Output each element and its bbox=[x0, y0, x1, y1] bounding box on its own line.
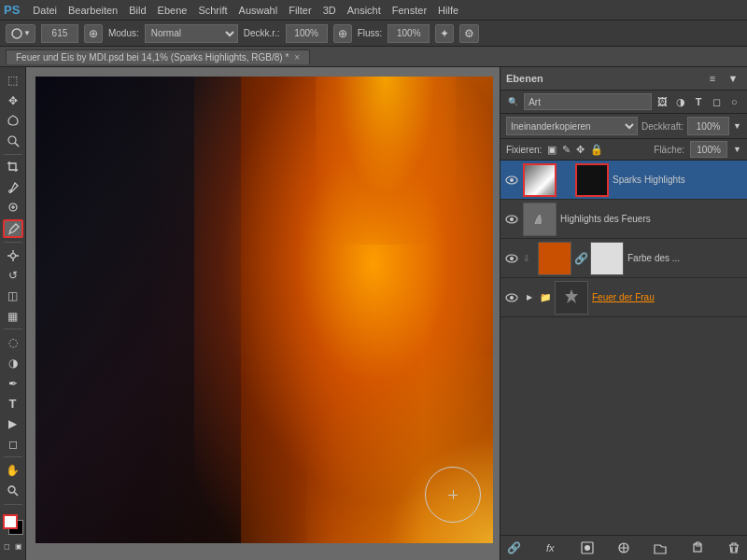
layer-visibility-feuer[interactable] bbox=[504, 290, 519, 305]
brush-tool-btn[interactable] bbox=[3, 219, 23, 238]
screen-mode-btn[interactable]: ▣ bbox=[14, 538, 24, 556]
menu-auswahl[interactable]: Auswahl bbox=[239, 5, 278, 16]
dodge-btn[interactable]: ◑ bbox=[3, 354, 23, 372]
menu-filter[interactable]: Filter bbox=[289, 5, 311, 16]
canvas-area[interactable] bbox=[26, 67, 500, 560]
shape-btn[interactable]: ◻ bbox=[3, 435, 23, 454]
layer-row-farbe-des[interactable]: ⇩ 🔗 Farbe des ... bbox=[500, 239, 747, 278]
clone-stamp-btn[interactable] bbox=[3, 246, 23, 265]
svg-point-13 bbox=[510, 217, 514, 221]
quick-mask-btn[interactable]: ◻ bbox=[2, 538, 12, 556]
layer-mask-sparks bbox=[575, 163, 609, 197]
layer-row-highlights-feuers[interactable]: Highlights des Feuers bbox=[500, 200, 747, 239]
layers-menu-btn[interactable]: ≡ bbox=[704, 70, 721, 87]
smoothing-btn[interactable]: ⚙ bbox=[459, 24, 479, 43]
hand-btn[interactable]: ✋ bbox=[3, 461, 23, 480]
lock-brush-btn[interactable]: ✎ bbox=[562, 144, 571, 156]
zoom-btn[interactable] bbox=[3, 482, 23, 500]
menu-ebene[interactable]: Ebene bbox=[158, 5, 188, 16]
layer-visibility-farbe[interactable] bbox=[504, 251, 519, 266]
new-group-btn[interactable] bbox=[651, 539, 669, 557]
tool-mode-buttons: ◻ ▣ bbox=[2, 538, 24, 556]
adjustment-layer-btn[interactable] bbox=[614, 539, 633, 557]
filter-pixel-btn[interactable]: 🖼 bbox=[655, 93, 669, 110]
opacity-input[interactable] bbox=[286, 24, 328, 43]
opacity-label: Deckk.r.: bbox=[244, 28, 280, 38]
layer-thumb-sparks bbox=[523, 163, 557, 197]
layer-expand-feuer[interactable]: ▶ bbox=[523, 291, 536, 304]
filter-toggle-btn[interactable]: ○ bbox=[727, 93, 741, 110]
filter-shape-btn[interactable]: ◻ bbox=[710, 93, 724, 110]
layer-thumb-feuer bbox=[555, 281, 588, 315]
layers-collapse-btn[interactable]: ▼ bbox=[725, 70, 741, 87]
filter-adj-btn[interactable]: ◑ bbox=[673, 93, 687, 110]
tab-close-btn[interactable]: × bbox=[294, 52, 300, 63]
blur-btn[interactable]: ◌ bbox=[3, 333, 23, 352]
menu-3d[interactable]: 3D bbox=[323, 5, 336, 16]
layers-search-input[interactable] bbox=[524, 93, 652, 110]
layer-styles-btn[interactable]: fx bbox=[541, 539, 559, 557]
eraser-btn[interactable]: ◫ bbox=[3, 287, 23, 305]
tool-separator-5 bbox=[4, 504, 22, 505]
menu-ansicht[interactable]: Ansicht bbox=[347, 5, 381, 16]
lasso-tool-btn[interactable] bbox=[3, 111, 23, 130]
flow-input[interactable] bbox=[388, 24, 430, 43]
layer-visibility-highlights[interactable] bbox=[504, 212, 519, 227]
mode-select[interactable]: Normal bbox=[145, 24, 238, 43]
layer-folder-icon-feuer: 📁 bbox=[540, 292, 551, 302]
delete-layer-btn[interactable] bbox=[725, 539, 743, 557]
menu-datei[interactable]: Datei bbox=[33, 5, 57, 16]
tool-separator-3 bbox=[4, 329, 22, 329]
history-brush-btn[interactable]: ↺ bbox=[3, 266, 23, 285]
layer-row-sparks-highlights[interactable]: Sparks Highlights bbox=[500, 161, 747, 200]
svg-point-0 bbox=[12, 29, 21, 38]
lock-label: Fixieren: bbox=[506, 145, 542, 155]
flaeche-arrow-btn[interactable]: ▼ bbox=[733, 145, 741, 154]
lock-all-btn[interactable]: 🔒 bbox=[590, 144, 603, 156]
path-select-btn[interactable]: ▶ bbox=[3, 414, 23, 433]
brush-cursor bbox=[425, 467, 481, 523]
pen-btn[interactable]: ✒ bbox=[3, 374, 23, 393]
menu-bearbeiten[interactable]: Bearbeiten bbox=[68, 5, 118, 16]
svg-point-1 bbox=[8, 136, 16, 144]
canvas-image bbox=[35, 77, 493, 543]
opacity-arrow-btn[interactable]: ▼ bbox=[733, 121, 741, 131]
eyedropper-btn[interactable] bbox=[3, 178, 23, 197]
quick-select-btn[interactable] bbox=[3, 132, 23, 150]
svg-point-15 bbox=[510, 257, 514, 260]
layers-search-bar: 🔍 🖼 ◑ T ◻ ○ bbox=[500, 91, 747, 114]
opacity-value-input[interactable] bbox=[687, 117, 729, 135]
link-layers-btn[interactable]: 🔗 bbox=[504, 539, 523, 557]
gradient-btn[interactable]: ▦ bbox=[3, 307, 23, 326]
tool-separator-2 bbox=[4, 242, 22, 243]
brush-preset-btn[interactable]: ▼ bbox=[6, 24, 35, 43]
menu-schrift[interactable]: Schrift bbox=[198, 5, 227, 16]
crop-tool-btn[interactable] bbox=[3, 159, 23, 177]
menu-bild[interactable]: Bild bbox=[129, 5, 146, 16]
lock-checkerboard-btn[interactable]: ▣ bbox=[547, 144, 557, 156]
layers-bottom-bar: 🔗 fx bbox=[500, 535, 747, 560]
move-tool-btn[interactable]: ✥ bbox=[3, 91, 23, 110]
healing-brush-btn[interactable] bbox=[3, 199, 23, 217]
layer-row-feuer-frau[interactable]: ▶ 📁 Feuer der Frau bbox=[500, 278, 747, 317]
layer-visibility-sparks[interactable] bbox=[504, 173, 519, 188]
blend-mode-select[interactable]: Ineinanderkopieren bbox=[506, 117, 638, 135]
menu-fenster[interactable]: Fenster bbox=[392, 5, 427, 16]
document-tab[interactable]: Feuer und Eis by MDI.psd bei 14,1% (Spar… bbox=[6, 49, 310, 64]
flaeche-input[interactable] bbox=[690, 141, 727, 158]
brush-size-input[interactable] bbox=[41, 24, 78, 43]
marquee-tool-btn[interactable]: ⬚ bbox=[3, 71, 23, 90]
layers-filter-type-btn[interactable]: 🔍 bbox=[506, 93, 520, 110]
new-layer-btn[interactable] bbox=[688, 539, 707, 557]
layer-mask-btn[interactable] bbox=[578, 539, 597, 557]
airbrush-btn[interactable]: ✦ bbox=[435, 24, 454, 43]
foreground-color-swatch[interactable] bbox=[3, 514, 18, 529]
pressure-btn[interactable]: ⊕ bbox=[84, 24, 103, 43]
lock-position-btn[interactable]: ✥ bbox=[576, 144, 585, 156]
opacity-pressure-btn[interactable]: ⊕ bbox=[333, 24, 352, 43]
text-btn[interactable]: T bbox=[3, 394, 23, 413]
menu-hilfe[interactable]: Hilfe bbox=[438, 5, 458, 16]
filter-text-btn[interactable]: T bbox=[692, 93, 706, 110]
color-swatches[interactable] bbox=[1, 512, 25, 534]
layer-link-farbe: ⇩ bbox=[523, 254, 534, 263]
